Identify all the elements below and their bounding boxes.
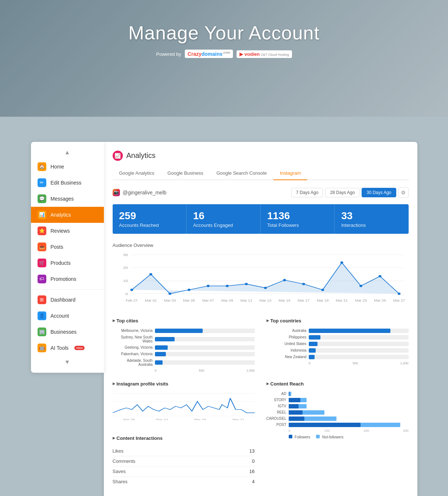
tab-google-search-console[interactable]: Google Search Console [210,167,273,180]
content-interactions-title: Content Interactions [113,435,255,441]
svg-point-15 [245,283,248,285]
sidebar-label-reviews: Reviews [51,228,70,234]
creach-label-post: POST [266,423,287,427]
reviews-icon: ⭐ [38,226,46,235]
sidebar-item-posts[interactable]: 📤 Posts [31,239,104,255]
content-reach-title: Content Reach [266,381,409,387]
sidebar-label-account: Account [51,313,69,319]
svg-point-23 [397,292,400,295]
analytics-icon: 📊 [38,210,46,219]
home-icon: 🏠 [38,162,46,171]
svg-point-9 [130,288,133,291]
top-cities-title: Top cities [113,318,255,323]
sidebar-item-home[interactable]: 🏠 Home [31,159,104,175]
interactions-table: Likes 13 Comments 0 Saves 16 Shares [113,446,255,487]
svg-point-13 [207,284,210,287]
creach-nonfollowers-post [361,423,401,427]
svg-text:Mar 19: Mar 19 [316,298,328,302]
businesses-icon: 🏢 [38,328,46,336]
creach-nonfollowers-story [300,398,306,402]
sidebar-item-products[interactable]: 🛒 Products [31,255,104,271]
main-container: ▲ 🏠 Home ✏ Edit Business 💬 Messages 📊 An… [31,142,417,496]
cities-bar-chart: Melbourne, Victoria Sydney, New South Wa… [113,329,255,372]
sidebar-item-dashboard[interactable]: ⊞ Dashboard [31,292,104,308]
svg-text:Feb 27: Feb 27 [126,298,138,302]
ai-tools-badge: New [74,346,85,350]
sidebar-item-edit-business[interactable]: ✏ Edit Business [31,175,104,191]
sidebar-label-dashboard: Dashboard [51,297,76,303]
sidebar-item-businesses[interactable]: 🏢 Businesses [31,324,104,340]
sidebar: ▲ 🏠 Home ✏ Edit Business 💬 Messages 📊 An… [31,142,104,373]
stat-card-accounts-reached: 259 Accounts Reached [113,204,187,234]
creach-label-ad: AD [266,392,287,396]
sidebar-item-ai-tools[interactable]: 🤖 AI Tools New [31,340,104,356]
city-track-geelong [155,345,255,350]
top-countries-title: Top countries [266,318,409,323]
sidebar-label-analytics: Analytics [51,212,71,218]
creach-followers-reel [289,410,303,415]
tab-instagram[interactable]: Instagram [273,167,308,180]
profile-visits-title: Instagram profile visits [113,381,255,387]
interaction-likes: Likes 13 [113,446,255,456]
country-label-philippines: Philippines [266,335,307,339]
svg-text:Mar 13: Mar 13 [259,298,271,302]
country-bar-us: United States [266,342,409,346]
svg-point-21 [359,284,362,287]
audience-chart-svg: 30 20 10 0 [113,251,409,309]
stat-card-accounts-engaged: 16 Accounts Engaged [187,204,261,234]
svg-point-12 [187,288,190,291]
stat-number-interactions: 33 [341,210,402,222]
sidebar-item-reviews[interactable]: ⭐ Reviews [31,223,104,239]
date-7days[interactable]: 7 Days Ago [291,188,323,197]
scroll-down-btn[interactable]: ▼ [31,356,104,368]
date-30days[interactable]: 30 Days Ago [362,188,396,197]
date-28days[interactable]: 28 Days Ago [325,188,359,197]
tab-google-business[interactable]: Google Business [161,167,210,180]
scroll-up-btn[interactable]: ▲ [31,146,104,159]
sidebar-label-home: Home [51,164,64,170]
svg-text:Mar 21: Mar 21 [336,298,348,302]
creach-story: STORY [266,398,409,402]
sidebar-item-promotions[interactable]: 🏷 Promotions [31,271,104,287]
city-label-sydney: Sydney, New South Wales [113,335,153,343]
svg-text:Mar 27: Mar 27 [393,298,405,302]
country-label-australia: Australia [266,329,307,333]
svg-text:10: 10 [123,279,128,283]
creach-nonfollowers-ad [289,392,292,396]
creach-followers-carousel [289,416,305,421]
sidebar-item-messages[interactable]: 💬 Messages [31,191,104,207]
posts-icon: 📤 [38,243,46,251]
country-fill-australia [309,329,391,333]
interaction-shares: Shares 4 [113,477,255,487]
analytics-tabs: Google Analytics Google Business Google … [113,167,409,180]
country-bar-nz: New Zealand [266,355,409,359]
city-fill-melbourne [155,329,203,333]
interaction-comments: Comments 0 [113,456,255,466]
country-fill-indonesia [309,348,316,353]
cities-axis: 0 500 1,000 [113,369,255,372]
city-track-adelaide [155,360,255,365]
country-track-philippines [309,335,409,340]
crazy-domains-logo: Crazydomains.com [185,50,233,58]
ig-handle-text: @gingeralive_melb [123,190,167,195]
country-fill-nz [309,355,315,359]
top-countries-section: Top countries Australia Philippines [266,318,409,372]
creach-bars-reel [289,410,409,415]
sidebar-item-analytics[interactable]: 📊 Analytics [31,207,104,223]
likes-label: Likes [113,448,124,454]
stat-card-total-followers: 1136 Total Followers [261,204,335,234]
settings-gear-button[interactable]: ⚙ [398,187,409,198]
creach-followers-igtv [289,404,299,408]
city-fill-pakenham [155,352,166,356]
city-bar-adelaide: Adelaide, South Australia [113,359,255,367]
tab-google-analytics[interactable]: Google Analytics [113,167,161,180]
creach-bars-post [289,423,409,427]
creach-legend: Followers Not-followers [266,435,409,439]
country-bar-philippines: Philippines [266,335,409,340]
city-fill-adelaide [155,360,163,365]
sidebar-item-account[interactable]: 👤 Account [31,308,104,324]
city-bar-melbourne: Melbourne, Victoria [113,329,255,333]
content-interactions-section: Content Interactions Likes 13 Comments 0… [113,435,255,487]
hero-title: Manage Your Account [0,0,448,44]
svg-text:30: 30 [123,253,128,257]
